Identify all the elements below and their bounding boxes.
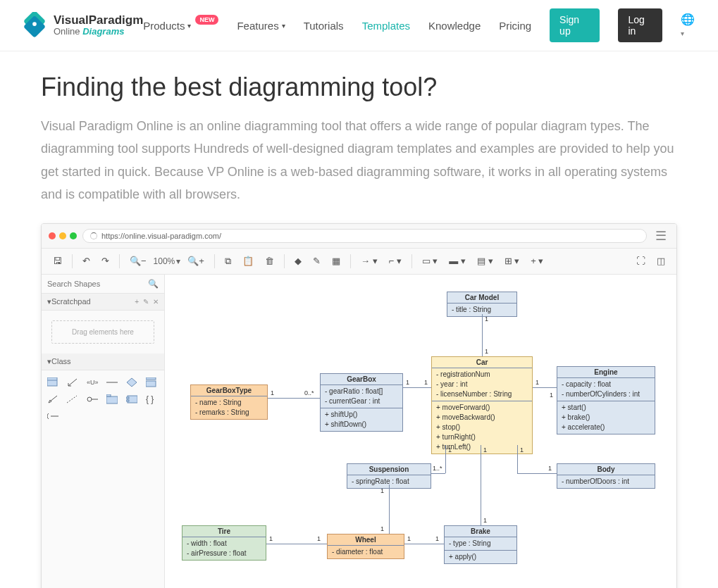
diagram-canvas[interactable]: Car Model - title : String Car - registr…: [165, 275, 676, 588]
svg-line-13: [67, 396, 77, 403]
editor-screenshot: https://online.visual-paradigm.com/ ☰ 🖫 …: [41, 223, 677, 588]
svg-point-2: [32, 22, 37, 26]
mult-label: 0..*: [304, 389, 314, 396]
svg-rect-20: [126, 400, 129, 401]
shape-braces[interactable]: { }: [146, 394, 157, 404]
mult-label: 1: [380, 525, 384, 532]
distribute-icon[interactable]: ⊞ ▾: [500, 253, 524, 269]
zoom-out-icon[interactable]: 🔍−: [125, 253, 151, 269]
shape-class[interactable]: [47, 377, 58, 387]
window-controls: [49, 232, 77, 239]
mult-label: 1: [448, 446, 452, 453]
mult-label: 1: [407, 535, 411, 542]
mult-label: 1: [548, 465, 552, 472]
shape-palette: «U» { }: [42, 370, 164, 428]
class-panel-header[interactable]: ▾ Class: [42, 354, 164, 370]
svg-point-14: [87, 397, 92, 401]
undo-icon[interactable]: ↶: [78, 253, 94, 269]
class-engine[interactable]: Engine - capacity : float - numberOfCyli…: [557, 366, 655, 434]
svg-rect-19: [126, 397, 129, 399]
mult-label: 1: [520, 446, 524, 453]
redo-icon[interactable]: ↷: [97, 253, 113, 269]
shape-package[interactable]: [106, 394, 118, 404]
shape-dashed[interactable]: [67, 394, 78, 404]
save-icon[interactable]: 🖫: [49, 253, 66, 269]
shape-gen[interactable]: [47, 394, 58, 404]
align-icon[interactable]: ▤ ▾: [473, 253, 497, 269]
fill-icon[interactable]: ◆: [290, 253, 306, 269]
shape-socket[interactable]: [47, 411, 58, 421]
url-bar[interactable]: https://online.visual-paradigm.com/: [82, 229, 647, 243]
svg-line-5: [68, 379, 77, 386]
mult-label: 1: [435, 535, 439, 542]
fullscreen-icon[interactable]: ⛶: [632, 253, 650, 269]
connector-icon[interactable]: → ▾: [357, 253, 382, 269]
zoom-level[interactable]: 100% ▾: [154, 256, 181, 266]
nav-templates[interactable]: Templates: [362, 20, 410, 32]
shadow-icon[interactable]: ▦: [328, 253, 345, 269]
mult-label: 1: [536, 379, 539, 386]
edit-scratch-icon[interactable]: ✎: [143, 298, 149, 306]
svg-text:«U»: «U»: [87, 379, 98, 386]
shape-lollipop[interactable]: [87, 394, 98, 404]
mult-label: 1: [485, 315, 488, 323]
scratchpad-header[interactable]: ▾ Scratchpad +✎✕: [42, 294, 164, 311]
nav-knowledge[interactable]: Knowledge: [428, 20, 481, 32]
logo-icon: [21, 12, 48, 39]
svg-rect-3: [47, 377, 57, 386]
class-car-model[interactable]: Car Model - title : String: [447, 292, 517, 317]
class-gearbox[interactable]: GearBox - gearRatio : float[] - currentG…: [320, 373, 403, 432]
signup-button[interactable]: Sign up: [550, 8, 600, 42]
mult-label: 1: [483, 517, 487, 524]
svg-rect-16: [106, 396, 118, 404]
class-tire[interactable]: Tire - width : float - airPressure : flo…: [182, 525, 266, 561]
page-lead: Visual Paradigm Online is an online diag…: [41, 115, 677, 206]
new-badge: NEW: [195, 15, 218, 25]
brand-name: VisualParadigm: [54, 14, 143, 27]
paste-icon[interactable]: 📋: [238, 253, 258, 269]
mult-label: 1: [317, 535, 321, 542]
format-panel-icon[interactable]: ◫: [652, 253, 669, 269]
language-selector[interactable]: 🌐▾: [681, 13, 697, 39]
brand-sub1: Online: [54, 26, 80, 37]
add-scratch-icon[interactable]: +: [135, 298, 139, 306]
hamburger-icon[interactable]: ☰: [652, 228, 669, 244]
mult-label: 1: [550, 392, 553, 399]
nav-pricing[interactable]: Pricing: [499, 20, 531, 32]
shape-line[interactable]: [106, 377, 118, 387]
mult-label: 1: [483, 446, 487, 453]
login-button[interactable]: Log in: [618, 8, 662, 42]
mult-label: 1: [269, 535, 273, 542]
class-wheel[interactable]: Wheel - diameter : float: [327, 534, 404, 559]
shape-search-input[interactable]: [47, 280, 148, 288]
caret-down-icon: ▾: [187, 22, 191, 30]
shape-arrow[interactable]: [67, 377, 78, 387]
shape-note[interactable]: «U»: [87, 377, 98, 387]
class-body[interactable]: Body - numberOfDoors : int: [557, 463, 655, 489]
stroke-icon[interactable]: ✎: [309, 253, 325, 269]
copy-icon[interactable]: ⧉: [221, 253, 235, 270]
shape-component[interactable]: [126, 394, 137, 404]
waypoint-icon[interactable]: ⌐ ▾: [385, 253, 406, 269]
class-car[interactable]: Car - registrationNum - year : int - lic…: [431, 356, 533, 454]
brand-sub2: Diagrams: [82, 26, 124, 37]
nav-features[interactable]: Features▾: [237, 20, 285, 32]
brand-logo[interactable]: VisualParadigm Online Diagrams: [21, 12, 143, 39]
scratchpad-dropzone[interactable]: Drag elements here: [51, 320, 154, 344]
class-gearboxtype[interactable]: GearBoxType - name : String - remarks : …: [190, 384, 268, 420]
mult-label: 1: [271, 389, 274, 396]
zoom-in-icon[interactable]: 🔍+: [183, 253, 209, 269]
search-icon[interactable]: 🔍: [148, 279, 159, 289]
nav-tutorials[interactable]: Tutorials: [304, 20, 344, 32]
shape-diamond[interactable]: [126, 377, 137, 387]
close-scratch-icon[interactable]: ✕: [153, 298, 159, 306]
back-icon[interactable]: ▬ ▾: [445, 253, 470, 269]
class-brake[interactable]: Brake - type : String + apply(): [444, 525, 517, 564]
shape-interface[interactable]: [146, 377, 157, 387]
front-icon[interactable]: ▭ ▾: [418, 253, 442, 269]
add-icon[interactable]: + ▾: [526, 253, 547, 269]
delete-icon[interactable]: 🗑: [261, 253, 278, 269]
nav-products[interactable]: Products▾NEW: [143, 20, 218, 32]
mult-label: 1: [406, 379, 409, 386]
mult-label: 1: [485, 348, 488, 355]
